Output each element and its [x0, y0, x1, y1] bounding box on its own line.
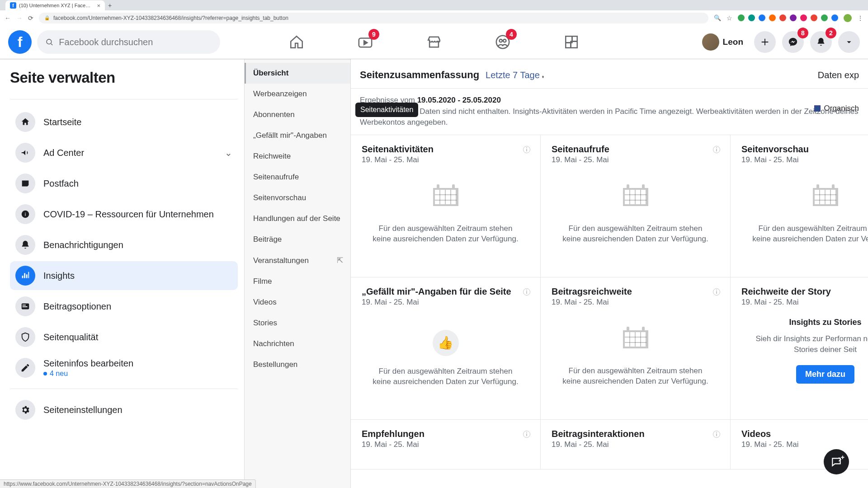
- insight-card[interactable]: Reichweite der Story19. Mai - 25. MaiIns…: [731, 277, 868, 420]
- sub-nav-item[interactable]: Stories: [245, 313, 350, 333]
- info-icon[interactable]: [522, 145, 531, 154]
- nav-home-icon[interactable]: [287, 33, 306, 52]
- covid-icon: i: [15, 204, 35, 224]
- insight-card[interactable]: „Gefällt mir"-Angaben für die Seite19. M…: [351, 277, 541, 420]
- messenger-button[interactable]: 8: [782, 31, 804, 53]
- insight-card[interactable]: Seitenaktivitäten19. Mai - 25. MaiFür de…: [351, 135, 541, 277]
- tab-title: (10) Unternehmen XYZ | Face…: [19, 3, 90, 8]
- rail-item-quality[interactable]: Seitenqualität: [10, 323, 238, 352]
- create-button[interactable]: [754, 31, 776, 53]
- extension-icon[interactable]: [821, 14, 828, 21]
- rail-label: Startseite: [43, 117, 81, 127]
- account-menu-button[interactable]: [838, 31, 860, 53]
- insight-card[interactable]: Seitenaufrufe19. Mai - 25. MaiFür den au…: [541, 135, 731, 277]
- extension-icon[interactable]: [738, 14, 745, 21]
- rail-item-editinfo[interactable]: Seiteninfos bearbeiten4 neu: [10, 353, 238, 382]
- profile-icon[interactable]: [844, 14, 852, 22]
- sub-nav-item[interactable]: Nachrichten: [245, 333, 350, 354]
- sub-nav-item[interactable]: Beiträge: [245, 229, 350, 250]
- thumb-up-icon: 👍: [433, 330, 459, 356]
- card-date: 19. Mai - 25. Mai: [552, 440, 719, 449]
- info-icon[interactable]: [712, 430, 721, 439]
- rail-label: Seitenqualität: [43, 332, 98, 343]
- facebook-logo[interactable]: f: [8, 30, 32, 54]
- user-chip[interactable]: Leon: [700, 32, 748, 52]
- info-icon[interactable]: [522, 430, 531, 439]
- reload-button[interactable]: ⟳: [28, 14, 33, 22]
- chat-fab[interactable]: +: [824, 449, 849, 474]
- menu-icon[interactable]: ⋮: [857, 14, 863, 22]
- extension-icon[interactable]: [748, 14, 755, 21]
- export-button[interactable]: Daten exp: [818, 70, 859, 80]
- star-icon[interactable]: ☆: [726, 14, 732, 22]
- rail-item-adcenter[interactable]: Ad Center⌄: [10, 138, 238, 167]
- rail-item-settings[interactable]: Seiteneinstellungen: [10, 395, 238, 424]
- sub-nav-item[interactable]: Abonnenten: [245, 104, 350, 125]
- rail-item-covid[interactable]: iCOVID-19 – Ressourcen für Unternehmen: [10, 200, 238, 229]
- extension-icon[interactable]: [811, 14, 817, 21]
- info-icon[interactable]: [522, 287, 531, 296]
- sub-nav-item[interactable]: Reichweite: [245, 146, 350, 167]
- sub-nav-item[interactable]: Veranstaltungen⇱: [245, 250, 350, 271]
- insight-card[interactable]: Beitragsinteraktionen19. Mai - 25. Mai: [541, 420, 731, 469]
- card-date: 19. Mai - 25. Mai: [362, 440, 529, 449]
- card-date: 19. Mai - 25. Mai: [362, 155, 529, 164]
- notifications-button[interactable]: 2: [810, 31, 832, 53]
- browser-tab[interactable]: f (10) Unternehmen XYZ | Face… ×: [5, 0, 105, 10]
- nav-gaming-icon[interactable]: [562, 33, 581, 52]
- groups-badge: 4: [506, 29, 517, 40]
- story-more-button[interactable]: Mehr dazu: [796, 365, 854, 384]
- insights-icon: [15, 266, 35, 286]
- svg-text:i: i: [25, 211, 26, 217]
- extension-icon[interactable]: [759, 14, 765, 21]
- zoom-icon[interactable]: 🔍: [714, 14, 721, 21]
- left-rail: Seite verwalten StartseiteAd Center⌄Post…: [0, 59, 244, 488]
- content-area: Seitenaktivitäten Seitenzusammenfassung …: [351, 59, 868, 488]
- close-tab-icon[interactable]: ×: [97, 2, 100, 9]
- quality-icon: [15, 327, 35, 347]
- sub-nav-item[interactable]: Seitenaufrufe: [245, 167, 350, 188]
- search-container[interactable]: [37, 30, 220, 54]
- rail-item-inbox[interactable]: Postfach: [10, 169, 238, 198]
- insight-card[interactable]: Seitenvorschau19. Mai - 25. MaiFür den a…: [731, 135, 868, 277]
- notifications-badge: 2: [826, 28, 836, 38]
- insight-card[interactable]: Empfehlungen19. Mai - 25. Mai: [351, 420, 541, 469]
- sub-nav-item[interactable]: Filme: [245, 271, 350, 292]
- rail-item-postopts[interactable]: Beitragsoptionen: [10, 292, 238, 321]
- back-button[interactable]: ←: [5, 14, 11, 22]
- nav-watch-icon[interactable]: 9: [356, 33, 375, 52]
- sub-nav-item[interactable]: Handlungen auf der Seite: [245, 208, 350, 229]
- extension-icon[interactable]: [790, 14, 797, 21]
- sub-nav-item[interactable]: Übersicht: [245, 63, 350, 84]
- extension-icon[interactable]: [800, 14, 807, 21]
- extension-icon[interactable]: [779, 14, 786, 21]
- divider: [10, 99, 238, 99]
- forward-button[interactable]: →: [16, 14, 23, 22]
- rail-label: Ad Center: [43, 148, 84, 158]
- card-date: 19. Mai - 25. Mai: [741, 440, 868, 449]
- sub-nav-item[interactable]: Seitenvorschau: [245, 188, 350, 208]
- address-bar[interactable]: 🔒 facebook.com/Unternehmen-XYZ-104338234…: [39, 13, 708, 23]
- info-icon[interactable]: [712, 287, 721, 296]
- sub-nav-item[interactable]: Videos: [245, 292, 350, 313]
- nav-groups-icon[interactable]: 4: [493, 33, 512, 52]
- sub-nav-item[interactable]: „Gefällt mir"-Angaben: [245, 125, 350, 146]
- extension-icon[interactable]: [769, 14, 776, 21]
- sub-nav-item[interactable]: Werbeanzeigen: [245, 84, 350, 104]
- sub-nav-item[interactable]: Bestellungen: [245, 354, 350, 375]
- info-icon[interactable]: [712, 145, 721, 154]
- svg-point-28: [716, 290, 717, 291]
- svg-point-25: [526, 290, 527, 291]
- card-title: Seitenaufrufe: [552, 144, 719, 155]
- search-input[interactable]: [59, 37, 212, 47]
- rail-item-notifs[interactable]: Benachrichtigungen: [10, 230, 238, 259]
- nav-marketplace-icon[interactable]: [425, 33, 443, 52]
- lock-icon: 🔒: [44, 15, 50, 20]
- insight-card[interactable]: Beitragsreichweite19. Mai - 25. MaiFür d…: [541, 277, 731, 420]
- extension-icon[interactable]: [831, 14, 838, 21]
- date-range-selector[interactable]: Letzte 7 Tage ♦: [486, 70, 544, 80]
- svg-point-16: [526, 147, 527, 148]
- rail-item-home[interactable]: Startseite: [10, 108, 238, 136]
- new-tab-button[interactable]: +: [105, 0, 115, 10]
- rail-item-insights[interactable]: Insights: [10, 261, 238, 290]
